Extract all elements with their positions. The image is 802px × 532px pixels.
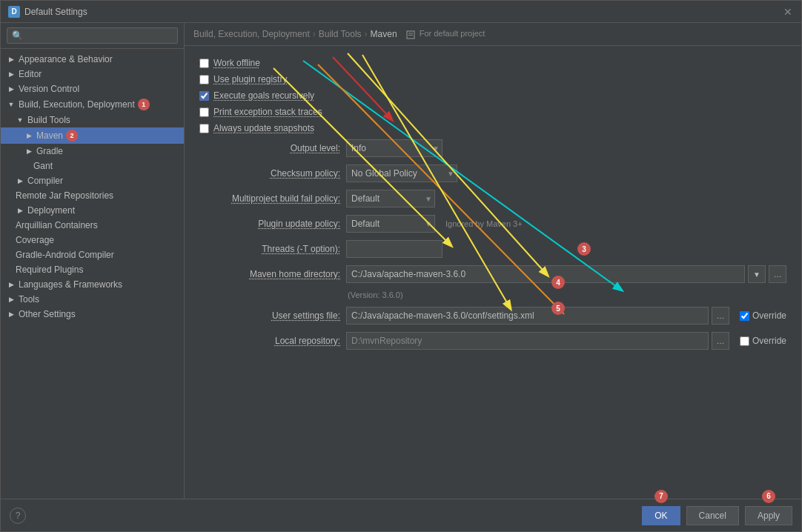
sidebar-item-arquillian[interactable]: Arquillian Containers [1,218,184,233]
user-settings-input[interactable] [346,307,709,325]
ok-button[interactable]: OK [642,506,680,525]
always-update-checkbox[interactable] [199,124,209,133]
sidebar-item-label: Maven [36,130,63,141]
local-repo-override-checkbox[interactable] [740,336,749,346]
sidebar-item-label: Arquillian Containers [16,220,98,230]
use-plugin-registry-label[interactable]: Use plugin registry [213,74,287,84]
settings-body: Work offline Use plugin registry Execute… [185,46,801,499]
execute-goals-label[interactable]: Execute goals recursively [213,90,314,101]
threads-input[interactable] [346,240,443,258]
sidebar-item-label: Gradle [36,146,63,156]
always-update-label[interactable]: Always update snapshots [213,123,314,133]
local-repo-label: Local repository: [199,336,340,346]
sidebar-item-editor[interactable]: ▶ Editor [1,67,184,82]
user-settings-override: Override [740,310,786,321]
expand-arrow: ▼ [16,116,24,124]
plugin-update-note: Ignored by Maven 3+ [445,219,523,228]
maven-home-label: Maven home directory: [199,269,340,279]
sidebar-item-label: Coverage [16,235,54,245]
sidebar-item-label: Compiler [27,176,63,186]
sidebar-item-maven[interactable]: ▶ Maven 2 [1,127,184,144]
user-settings-browse-btn[interactable]: … [712,307,729,325]
checkbox-work-offline: Work offline [199,58,786,68]
output-level-select-wrapper: Info Debug Warning Error ▼ [346,139,443,157]
sidebar-item-gant[interactable]: Gant [1,159,184,173]
sidebar-item-tools[interactable]: ▶ Tools [1,292,184,307]
sidebar-item-version-control[interactable]: ▶ Version Control [1,82,184,96]
plugin-update-policy-select[interactable]: Default Always Never [346,215,435,233]
sidebar-item-label: Remote Jar Repositories [16,190,113,201]
sidebar-item-build-tools[interactable]: ▼ Build Tools [1,113,184,127]
threads-label: Threads (-T option): [199,244,340,254]
apply-button[interactable]: Apply [745,506,792,525]
checksum-policy-row: Checksum policy: No Global Policy Warn F… [199,164,786,182]
multiproject-policy-label: Multiproject build fail policy: [199,193,340,204]
settings-panel: Build, Execution, Deployment › Build Too… [185,23,801,499]
sidebar-item-label: Deployment [27,205,75,216]
print-exception-checkbox[interactable] [199,107,209,117]
close-button[interactable]: ✕ [782,6,794,18]
sidebar-item-gradle-android[interactable]: Gradle-Android Compiler [1,247,184,262]
checkbox-print-exception: Print exception stack traces [199,107,786,117]
title-bar-left: D Default Settings [8,6,87,18]
use-plugin-registry-checkbox[interactable] [199,75,209,84]
sidebar-item-build-exec-deploy[interactable]: ▼ Build, Execution, Deployment 1 [1,96,184,113]
search-input[interactable] [7,27,178,44]
breadcrumb: Build, Execution, Deployment › Build Too… [185,23,801,46]
expand-arrow: ▶ [16,206,24,215]
checksum-policy-select-wrapper: No Global Policy Warn Fail ▼ [346,164,457,182]
local-repo-input-row: … [346,332,729,350]
sidebar-item-label: Tools [19,294,39,305]
user-settings-label: User settings file: [199,310,340,321]
execute-goals-checkbox[interactable] [199,91,209,101]
search-box [1,23,184,49]
badge-1: 1 [138,99,150,110]
maven-home-input-row: ▼ … [346,265,786,283]
sidebar-item-remote-jar[interactable]: Remote Jar Repositories [1,188,184,203]
breadcrumb-sep2: › [365,29,368,39]
maven-home-input[interactable] [346,265,745,283]
output-level-label: Output level: [199,143,340,153]
maven-home-dropdown-btn[interactable]: ▼ [748,265,766,283]
print-exception-label[interactable]: Print exception stack traces [213,107,322,117]
default-settings-dialog: D Default Settings ✕ ▶ Appearance & Beha… [0,0,802,532]
expand-arrow: ▶ [7,295,16,304]
breadcrumb-part3: Maven [371,29,397,39]
sidebar-item-appearance[interactable]: ▶ Appearance & Behavior [1,52,184,67]
checksum-policy-label: Checksum policy: [199,168,340,179]
multiproject-policy-select[interactable]: Default Always Never [346,190,435,207]
sidebar-item-compiler[interactable]: ▶ Compiler [1,173,184,188]
user-settings-override-label[interactable]: Override [752,310,786,321]
work-offline-label[interactable]: Work offline [213,58,260,68]
breadcrumb-suffix: For default project [406,29,485,39]
sidebar-item-label: Languages & Frameworks [19,279,122,290]
checksum-policy-select[interactable]: No Global Policy Warn Fail [346,164,457,182]
maven-home-row: Maven home directory: ▼ … [199,265,786,283]
sidebar-item-coverage[interactable]: Coverage [1,233,184,247]
local-repo-input[interactable] [346,332,709,350]
sidebar-item-label: Editor [19,69,42,79]
cancel-button[interactable]: Cancel [686,506,739,525]
title-bar: D Default Settings ✕ [1,1,801,23]
sidebar-item-gradle[interactable]: ▶ Gradle [1,144,184,159]
local-repo-browse-btn[interactable]: … [712,332,729,350]
sidebar-item-languages[interactable]: ▶ Languages & Frameworks [1,277,184,292]
multiproject-policy-row: Multiproject build fail policy: Default … [199,190,786,207]
action-buttons: OK 7 Cancel Apply 6 [642,506,792,525]
local-repo-override-label[interactable]: Override [752,336,786,346]
user-settings-override-checkbox[interactable] [740,311,749,321]
maven-home-browse-btn[interactable]: … [769,265,786,283]
output-level-select[interactable]: Info Debug Warning Error [346,139,443,157]
sidebar-item-label: Gant [33,161,53,171]
work-offline-checkbox[interactable] [199,59,209,68]
sidebar-item-required-plugins[interactable]: Required Plugins [1,262,184,277]
user-settings-row: User settings file: … Override [199,307,786,325]
plugin-update-policy-row: Plugin update policy: Default Always Nev… [199,215,786,233]
help-button[interactable]: ? [10,508,26,524]
sidebar-item-other-settings[interactable]: ▶ Other Settings [1,307,184,322]
app-icon: D [8,6,20,18]
checkbox-use-plugin-registry: Use plugin registry [199,74,786,84]
sidebar-item-deployment[interactable]: ▶ Deployment [1,203,184,218]
checkbox-execute-goals: Execute goals recursively [199,90,786,101]
local-repo-override: Override [740,336,786,346]
